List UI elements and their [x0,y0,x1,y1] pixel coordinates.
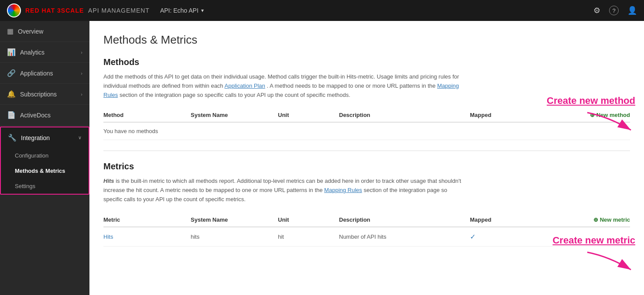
metrics-col-metric: Metric [103,213,191,227]
sidebar-item-analytics[interactable]: 📊 Analytics › [0,42,89,63]
chevron-right-icon: › [81,71,82,76]
metrics-col-desc: Description [339,213,470,227]
create-metric-annotation: Create new metric [552,235,635,274]
topbar-icons: ⚙ ? 👤 [593,6,637,15]
activedocs-icon: 📄 [7,111,16,119]
create-method-arrow [583,108,635,134]
metric-mapped-hits: ✓ [470,227,514,247]
methods-col-mapped: Mapped [470,108,514,122]
sidebar-sub-item-configuration[interactable]: Configuration [1,148,89,163]
integration-submenu: Configuration Methods & Metrics Settings [1,148,89,194]
create-method-annotation: Create new method [547,95,635,134]
create-method-text: Create new method [547,95,635,106]
chevron-right-icon: › [81,50,82,55]
methods-col-method: Method [103,108,191,122]
sidebar-item-subscriptions[interactable]: 🔔 Subscriptions › [0,84,89,105]
topbar: RED HAT 3SCALE API MANAGEMENT API: Echo … [0,0,644,21]
logo: RED HAT 3SCALE API MANAGEMENT [7,3,150,17]
metrics-col-sysname: System Name [191,213,278,227]
methods-description: Add the methods of this API to get data … [103,72,461,99]
integration-icon: 🔧 [8,134,17,142]
methods-col-sysname: System Name [191,108,278,122]
metrics-col-action: ⊕ New metric [514,213,630,227]
section-divider [103,151,630,151]
layout: ▦ Overview 📊 Analytics › 🔗 Applications … [0,21,644,295]
create-metric-arrow [583,248,635,274]
chevron-right-icon: › [81,92,82,97]
analytics-icon: 📊 [7,48,16,56]
methods-col-desc: Description [339,108,470,122]
methods-section-title: Methods [103,57,630,67]
user-icon[interactable]: 👤 [627,6,637,15]
help-icon[interactable]: ? [609,6,619,15]
metrics-table: Metric System Name Unit Description Mapp… [103,213,630,247]
create-metric-text: Create new metric [552,235,635,246]
applications-icon: 🔗 [7,69,16,77]
overview-icon: ▦ [7,27,14,35]
metrics-col-mapped: Mapped [470,213,514,227]
metric-sysname-hits: hits [191,227,278,247]
metric-name-hits[interactable]: Hits [103,227,191,247]
metrics-section-title: Metrics [103,161,630,172]
mapping-rules-link2[interactable]: Mapping Rules [324,187,362,193]
api-selector[interactable]: API: Echo API ▾ [160,7,204,14]
chevron-down-icon: ∨ [78,135,82,141]
metrics-table-row: Hits hits hit Number of API hits ✓ [103,227,630,247]
logo-circle [7,3,21,17]
settings-icon[interactable]: ⚙ [593,6,600,15]
metric-unit-hits: hit [278,227,339,247]
application-plan-link[interactable]: Application Plan [225,82,265,89]
sidebar-item-activedocs[interactable]: 📄 ActiveDocs [0,105,89,126]
metric-desc-hits: Number of API hits [339,227,470,247]
methods-col-unit: Unit [278,108,339,122]
main-content: Methods & Metrics Methods Add the method… [89,21,644,295]
metrics-col-unit: Unit [278,213,339,227]
sidebar: ▦ Overview 📊 Analytics › 🔗 Applications … [0,21,89,295]
logo-text: RED HAT 3SCALE API MANAGEMENT [25,7,150,14]
sidebar-sub-item-methods-metrics[interactable]: Methods & Metrics [1,163,89,178]
page-title: Methods & Metrics [103,33,630,47]
sidebar-sub-item-settings[interactable]: Settings [1,178,89,194]
chevron-down-icon: ▾ [201,7,204,14]
sidebar-item-overview[interactable]: ▦ Overview [0,21,89,42]
new-metric-button[interactable]: ⊕ New metric [593,216,630,223]
sidebar-item-integration[interactable]: 🔧 Integration ∨ [1,127,89,148]
sidebar-item-applications[interactable]: 🔗 Applications › [0,63,89,84]
subscriptions-icon: 🔔 [7,90,16,98]
metrics-description: Hits is the built-in metric to which all… [103,177,461,204]
